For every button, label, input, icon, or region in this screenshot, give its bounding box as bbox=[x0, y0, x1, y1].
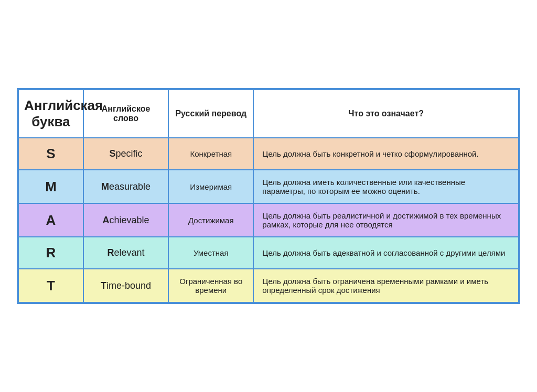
cell-letter-a: A bbox=[18, 203, 83, 237]
cell-english-t: Time-bound bbox=[83, 269, 168, 302]
cell-russian-s: Конкретная bbox=[168, 138, 253, 170]
cell-letter-r: R bbox=[18, 237, 83, 269]
smart-table-wrapper: Английская буква Английское слово Русски… bbox=[17, 88, 520, 304]
header-col-meaning: Что это означает? bbox=[253, 90, 519, 138]
english-word-r: Relevant bbox=[108, 247, 145, 258]
header-col-english: Английское слово bbox=[83, 90, 168, 138]
cell-meaning-r: Цель должна быть адекватной и согласован… bbox=[253, 237, 519, 269]
english-word-s: Specific bbox=[110, 148, 143, 159]
header-col-russian: Русский перевод bbox=[168, 90, 253, 138]
first-letter-a: A bbox=[103, 215, 110, 225]
english-word-a: Achievable bbox=[103, 215, 149, 225]
cell-english-a: Achievable bbox=[83, 203, 168, 237]
english-word-m: Measurable bbox=[101, 181, 151, 192]
smart-table: Английская буква Английское слово Русски… bbox=[18, 89, 519, 303]
cell-letter-t: T bbox=[18, 269, 83, 302]
row-t: T Time-bound Ограниченная во времени Цел… bbox=[18, 269, 519, 302]
cell-english-r: Relevant bbox=[83, 237, 168, 269]
row-a: A Achievable Достижимая Цель должна быть… bbox=[18, 203, 519, 237]
first-letter-m: M bbox=[101, 181, 109, 192]
row-m: M Measurable Измеримая Цель должна иметь… bbox=[18, 170, 519, 203]
cell-meaning-s: Цель должна быть конкретной и четко сфор… bbox=[253, 138, 519, 170]
first-letter-t: T bbox=[101, 280, 106, 291]
cell-english-m: Measurable bbox=[83, 170, 168, 203]
cell-meaning-t: Цель должна быть ограничена временными р… bbox=[253, 269, 519, 302]
cell-letter-s: S bbox=[18, 138, 83, 170]
english-word-t: Time-bound bbox=[101, 280, 151, 291]
row-r: R Relevant Уместная Цель должна быть аде… bbox=[18, 237, 519, 269]
cell-meaning-a: Цель должна быть реалистичной и достижим… bbox=[253, 203, 519, 237]
cell-letter-m: M bbox=[18, 170, 83, 203]
header-col-letter: Английская буква bbox=[18, 90, 83, 138]
cell-russian-a: Достижимая bbox=[168, 203, 253, 237]
cell-english-s: Specific bbox=[83, 138, 168, 170]
row-s: S Specific Конкретная Цель должна быть к… bbox=[18, 138, 519, 170]
header-row: Английская буква Английское слово Русски… bbox=[18, 90, 519, 138]
first-letter-s: S bbox=[110, 148, 116, 159]
cell-russian-t: Ограниченная во времени bbox=[168, 269, 253, 302]
cell-russian-r: Уместная bbox=[168, 237, 253, 269]
cell-meaning-m: Цель должна иметь количественные или кач… bbox=[253, 170, 519, 203]
cell-russian-m: Измеримая bbox=[168, 170, 253, 203]
first-letter-r: R bbox=[108, 247, 114, 258]
